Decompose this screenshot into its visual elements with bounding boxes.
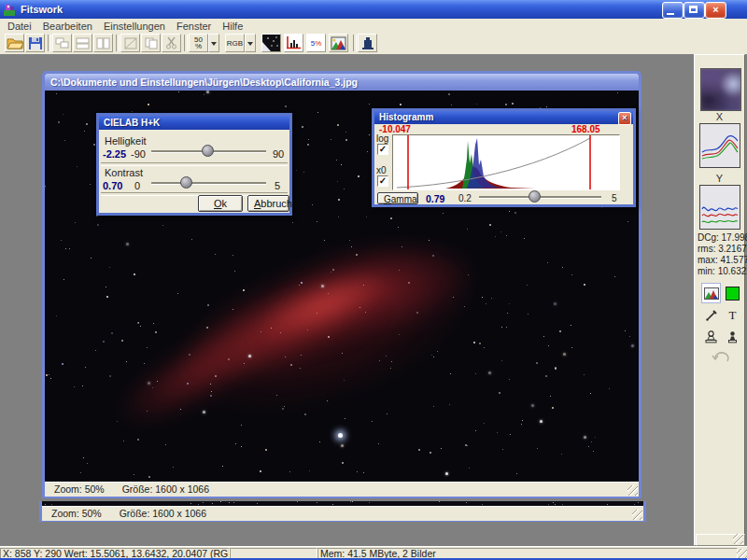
window-tile-vertical-button[interactable] — [93, 34, 113, 52]
y-profile-plot — [699, 185, 740, 230]
size-status: Größe: 1600 x 1066 — [122, 483, 209, 495]
toolbar-separator — [116, 35, 120, 51]
histogram-titlebar[interactable]: Histogramm × — [374, 111, 633, 124]
stamp-icon — [704, 330, 718, 343]
separator — [101, 162, 288, 166]
toolbar-separator — [353, 35, 357, 51]
menu-datei[interactable]: Datei — [2, 21, 37, 32]
histogram-window[interactable]: Histogramm × -10.047 168.05 log ✓ x0 ✓ G… — [372, 108, 636, 207]
text-tool-button[interactable]: T — [723, 305, 742, 326]
gamma-curve — [397, 138, 590, 188]
window-tile-horizontal-button[interactable] — [73, 34, 92, 52]
window-cascade-button[interactable] — [52, 34, 72, 52]
text-tool-icon: T — [729, 308, 737, 323]
fitswork-app: Fitswork × Datei Bearbeiten Einstellunge… — [0, 0, 747, 560]
brightness-label: Helligkeit — [105, 135, 147, 147]
ok-button[interactable]: Ok — [198, 195, 243, 212]
histogram-close-button[interactable]: × — [618, 112, 631, 125]
copy-button[interactable] — [141, 34, 161, 52]
background-size-status: Größe: 1600 x 1066 — [120, 508, 206, 519]
gamma-slider-thumb[interactable] — [529, 190, 541, 203]
brightness-slider[interactable] — [151, 145, 266, 158]
histogram-button[interactable] — [284, 34, 303, 52]
green-color-swatch — [726, 287, 740, 301]
color-select-button[interactable] — [723, 283, 742, 303]
menu-hilfe[interactable]: Hilfe — [217, 21, 248, 32]
sidebar: X Y DCg: 17.9988 rms: 3.21678 max: 41.57… — [694, 54, 745, 546]
toolbar-separator — [184, 35, 188, 51]
histogram-title: Histogramm — [379, 112, 433, 122]
menubar: Datei Bearbeiten Einstellungen Fenster H… — [0, 19, 747, 33]
menu-fenster[interactable]: Fenster — [171, 21, 217, 32]
white-point-value: 168.05 — [571, 124, 600, 134]
brightness-value: -2.25 — [103, 148, 126, 160]
contrast-slider-track[interactable] — [151, 182, 266, 185]
cielab-dialog[interactable]: CIELAB H+K Helligkeit -2.25 -90 90 Kontr… — [96, 113, 292, 216]
clone-stamp-icon — [726, 330, 739, 343]
x0-label: x0 — [376, 165, 387, 175]
clone-stamp-tool-button[interactable] — [723, 327, 742, 347]
gamma-button[interactable]: Gamma — [377, 192, 418, 204]
background-image-window[interactable]: Zoom: 50% Größe: 1600 x 1066 — [39, 501, 646, 522]
stat-min: min: 10.6321 — [698, 266, 747, 276]
column-tool-button[interactable] — [358, 34, 377, 52]
zoom-dropdown-arrow[interactable] — [208, 34, 219, 52]
auto-stretch-button[interactable]: 5% — [306, 34, 326, 52]
cielab-titlebar[interactable]: CIELAB H+K — [99, 116, 289, 130]
log-checkbox[interactable]: ✓ — [377, 144, 388, 155]
y-plot-label: Y — [695, 173, 744, 184]
x-plot-label: X — [695, 111, 744, 122]
contrast-slider[interactable] — [151, 176, 266, 189]
menu-bearbeiten[interactable]: Bearbeiten — [37, 21, 98, 32]
image-tool-button[interactable] — [701, 283, 721, 303]
magnifier-thumbnail — [700, 68, 741, 111]
image-window-titlebar[interactable]: C:\Dokumente und Einstellungen\Jürgen\De… — [45, 74, 639, 91]
invert-display-button[interactable] — [261, 34, 281, 52]
app-title: Fitswork — [21, 4, 63, 15]
gamma-range-min: 0.2 — [458, 193, 472, 203]
brightness-min: -90 — [131, 148, 146, 160]
minimize-button[interactable] — [662, 2, 684, 19]
save-button[interactable] — [25, 34, 45, 52]
image-display-button[interactable] — [329, 34, 348, 52]
contrast-min: 0 — [134, 180, 140, 191]
open-file-button[interactable] — [5, 34, 24, 52]
sidebar-grip[interactable] — [733, 534, 743, 544]
rgb-label: RGB — [227, 39, 243, 48]
brightness-slider-thumb[interactable] — [202, 145, 214, 157]
image-resize-grip[interactable] — [627, 485, 638, 496]
channel-mode-button[interactable]: RGB — [225, 34, 245, 52]
undo-icon[interactable] — [710, 350, 730, 365]
bright-star — [338, 433, 343, 438]
cancel-button[interactable]: Abbruch — [247, 195, 289, 212]
eyedropper-tool-button[interactable] — [701, 305, 721, 326]
cut-button[interactable] — [162, 34, 181, 52]
app-icon — [3, 3, 17, 17]
sidebar-resize-area[interactable] — [696, 534, 745, 546]
image-window-statusbar: Zoom: 50% Größe: 1600 x 1066 — [45, 482, 639, 497]
gamma-slider[interactable] — [479, 190, 601, 203]
image-tool-icon — [704, 287, 719, 300]
minimize-icon — [667, 13, 674, 15]
background-window-statusbar: Zoom: 50% Größe: 1600 x 1066 — [42, 506, 643, 521]
gamma-value: 0.79 — [426, 193, 444, 204]
toolbar: 50 % RGB 5% — [0, 33, 747, 55]
histogram-plot[interactable] — [392, 134, 620, 190]
background-zoom-status: Zoom: 50% — [51, 508, 102, 519]
contrast-value: 0.70 — [103, 180, 122, 191]
stat-rms: rms: 3.21678 — [698, 244, 747, 254]
zoom-level-button[interactable]: 50 % — [189, 34, 208, 52]
close-button[interactable]: × — [705, 2, 726, 19]
stamp-tool-button[interactable] — [701, 327, 721, 347]
contrast-slider-thumb[interactable] — [180, 176, 192, 189]
maximize-button[interactable] — [684, 2, 705, 19]
crop-button[interactable] — [120, 34, 140, 52]
stat-max: max: 41.577 — [698, 255, 747, 265]
menu-einstellungen[interactable]: Einstellungen — [98, 21, 171, 32]
stretch-percent: % — [315, 39, 321, 48]
channel-dropdown-arrow[interactable] — [245, 34, 256, 52]
stat-dcg: DCg: 17.9988 — [698, 232, 747, 243]
toolbar-separator — [48, 35, 51, 51]
x0-checkbox[interactable]: ✓ — [377, 175, 388, 187]
background-resize-grip[interactable] — [632, 510, 642, 520]
